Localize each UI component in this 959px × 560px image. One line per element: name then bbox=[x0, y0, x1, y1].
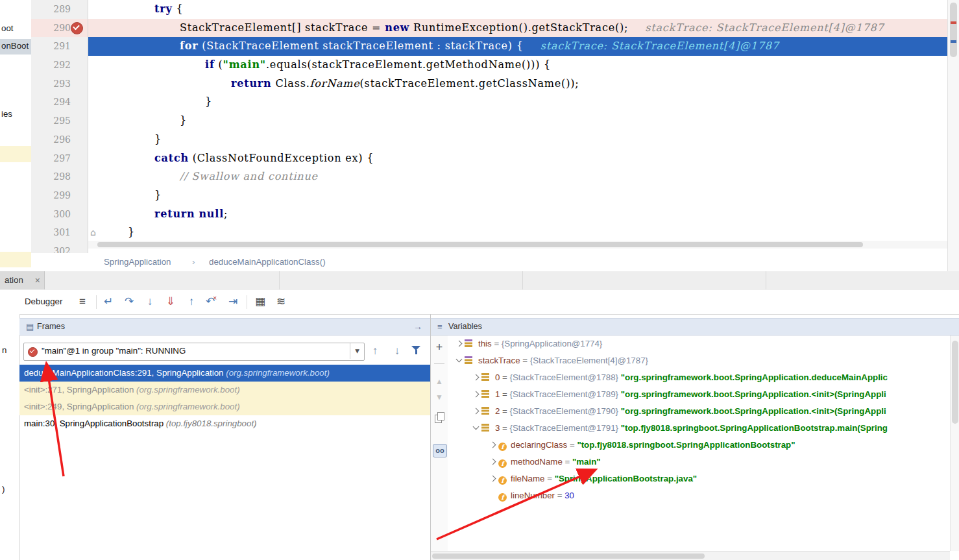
variable-row[interactable]: 0 = {StackTraceElement@1788} "org.spring… bbox=[448, 369, 950, 386]
toolwindow-label-fragment[interactable]: n bbox=[2, 345, 6, 355]
execution-stripe-marker[interactable] bbox=[951, 40, 956, 43]
code-line[interactable]: for (StackTraceElement stackTraceElement… bbox=[88, 37, 947, 56]
editor-hscrollbar-thumb[interactable] bbox=[97, 242, 863, 247]
breadcrumb-item-class[interactable]: SpringApplication bbox=[104, 253, 171, 271]
code-line[interactable]: StackTraceElement[] stackTrace = new Run… bbox=[88, 19, 947, 38]
debugger-tab-label[interactable]: Debugger bbox=[25, 290, 62, 313]
restore-layout-icon[interactable]: → bbox=[413, 319, 422, 335]
thread-selector[interactable]: "main"@1 in group "main": RUNNING ▾ bbox=[23, 343, 365, 361]
field-icon: f bbox=[498, 443, 507, 451]
frame-row[interactable]: main:30, SpringApplicationBootstrap (top… bbox=[19, 415, 430, 432]
editor-hscrollbar[interactable] bbox=[88, 241, 947, 249]
chevron-collapsed-icon[interactable] bbox=[487, 437, 498, 454]
combo-arrow-icon[interactable]: ▾ bbox=[350, 343, 364, 359]
variables-vscrollbar-thumb[interactable] bbox=[952, 341, 958, 424]
line-number[interactable]: 292 bbox=[31, 56, 88, 75]
editor-vscrollbar[interactable] bbox=[947, 0, 959, 271]
previous-frame-icon[interactable]: ↑ bbox=[367, 343, 383, 359]
code-line[interactable]: if ("main".equals(stackTraceElement.getM… bbox=[88, 56, 947, 75]
move-watch-down-icon[interactable]: ▼ bbox=[431, 393, 448, 402]
variable-row[interactable]: stackTrace = {StackTraceElement[4]@1787} bbox=[448, 352, 950, 369]
line-number[interactable]: 300 bbox=[31, 205, 88, 224]
line-number[interactable]: 301 bbox=[31, 223, 88, 242]
line-number[interactable]: 295 bbox=[31, 112, 88, 130]
project-tree-item[interactable]: oot bbox=[1, 23, 14, 33]
toolwindow-tabstrip: ation × bbox=[0, 271, 959, 291]
show-execution-point-icon[interactable]: ↵ bbox=[101, 290, 115, 313]
bottom-hscrollbar-thumb[interactable] bbox=[432, 554, 705, 559]
code-line[interactable]: return null; bbox=[88, 205, 947, 224]
chevron-collapsed-icon[interactable] bbox=[470, 403, 481, 420]
view-options-icon[interactable]: ≡ bbox=[75, 290, 90, 313]
variable-row[interactable]: this = {SpringApplication@1774} bbox=[448, 335, 950, 352]
debug-tab[interactable]: ation × bbox=[0, 271, 45, 289]
add-watch-icon[interactable]: + bbox=[431, 341, 448, 354]
code-area[interactable]: try {StackTraceElement[] stackTrace = ne… bbox=[88, 0, 947, 242]
variable-name: this bbox=[478, 339, 492, 348]
trace-settings-icon[interactable]: ≋ bbox=[274, 290, 288, 313]
code-line[interactable]: try { bbox=[88, 0, 947, 19]
frame-row[interactable]: deduceMainApplicationClass:291, SpringAp… bbox=[19, 365, 430, 382]
line-number[interactable]: 296 bbox=[31, 130, 88, 149]
code-line[interactable]: // Swallow and continue bbox=[88, 167, 947, 186]
chevron-collapsed-icon[interactable] bbox=[470, 386, 481, 403]
chevron-collapsed-icon[interactable] bbox=[453, 335, 465, 352]
hide-library-frames-icon[interactable] bbox=[411, 346, 420, 356]
line-number[interactable]: 299 bbox=[31, 186, 88, 205]
code-line[interactable]: return Class.forName(stackTraceElement.g… bbox=[88, 75, 947, 93]
chevron-collapsed-icon[interactable] bbox=[470, 369, 481, 386]
code-line[interactable]: } bbox=[88, 93, 947, 112]
drop-frame-icon[interactable]: ↶ bbox=[205, 290, 219, 313]
line-number[interactable]: 290 bbox=[31, 19, 88, 38]
code-line[interactable]: } bbox=[88, 186, 947, 205]
evaluate-expression-icon[interactable]: ▦ bbox=[253, 290, 267, 313]
breadcrumb-bar: SpringApplication › deduceMainApplicatio… bbox=[31, 253, 947, 272]
variable-row[interactable]: fmethodName = "main" bbox=[448, 454, 950, 470]
breakpoint-stripe-marker[interactable] bbox=[951, 21, 956, 24]
variables-vscrollbar[interactable] bbox=[950, 335, 959, 551]
bottom-hscrollbar[interactable] bbox=[431, 551, 950, 560]
code-line[interactable]: } bbox=[88, 112, 947, 130]
breadcrumb-item-method[interactable]: deduceMainApplicationClass() bbox=[209, 253, 326, 271]
project-tree-item[interactable]: onBoot bbox=[1, 41, 29, 51]
variable-row[interactable]: 3 = {StackTraceElement@1791} "top.fjy801… bbox=[448, 420, 950, 437]
variable-row[interactable]: ffileName = "SpringApplicationBootstrap.… bbox=[448, 470, 950, 487]
toolwindow-label-fragment[interactable]: ) bbox=[2, 484, 5, 494]
project-tree-item[interactable]: ies bbox=[1, 109, 12, 119]
code-line[interactable]: catch (ClassNotFoundException ex) { bbox=[88, 149, 947, 168]
frame-row[interactable]: <init>:249, SpringApplication (org.sprin… bbox=[19, 398, 430, 415]
code-line[interactable]: ⌂} bbox=[88, 223, 947, 242]
force-step-into-icon[interactable]: ⇓ bbox=[164, 290, 178, 313]
step-over-icon[interactable]: ↷ bbox=[122, 290, 136, 313]
elem-icon bbox=[481, 372, 491, 381]
line-number[interactable]: 291 bbox=[31, 37, 88, 56]
line-number[interactable]: 289 bbox=[31, 0, 88, 19]
editor-vscrollbar-thumb[interactable] bbox=[950, 3, 957, 57]
line-number[interactable]: 297 bbox=[31, 149, 88, 168]
line-number[interactable]: 293 bbox=[31, 75, 88, 93]
variable-row[interactable]: 1 = {StackTraceElement@1789} "org.spring… bbox=[448, 386, 950, 403]
show-watches-toggle[interactable]: oo bbox=[433, 444, 447, 457]
tab-close-icon[interactable]: × bbox=[35, 271, 40, 289]
run-to-cursor-icon[interactable]: ⇥ bbox=[226, 290, 240, 313]
copy-icon[interactable] bbox=[435, 415, 442, 423]
line-number[interactable]: 294 bbox=[31, 93, 88, 112]
variable-row[interactable]: fdeclaringClass = "top.fjy8018.springboo… bbox=[448, 437, 950, 454]
chevron-expanded-icon[interactable] bbox=[453, 352, 465, 369]
step-out-icon[interactable]: ↑ bbox=[184, 290, 199, 313]
variable-row[interactable]: 2 = {StackTraceElement@1790} "org.spring… bbox=[448, 403, 950, 420]
next-frame-icon[interactable]: ↓ bbox=[389, 343, 405, 359]
chevron-expanded-icon[interactable] bbox=[470, 420, 481, 437]
variable-row[interactable]: flineNumber = 30 bbox=[448, 487, 950, 504]
gutter[interactable]: 2892902912922932942952962972982993003013… bbox=[31, 0, 88, 253]
frame-row[interactable]: <init>:271, SpringApplication (org.sprin… bbox=[19, 382, 430, 398]
chevron-collapsed-icon[interactable] bbox=[487, 454, 498, 470]
fold-marker-icon[interactable]: ⌂ bbox=[90, 223, 96, 242]
chevron-collapsed-icon[interactable] bbox=[487, 470, 498, 487]
code-line[interactable]: } bbox=[88, 130, 947, 149]
breakpoint-icon[interactable] bbox=[71, 22, 83, 34]
move-watch-up-icon[interactable]: ▲ bbox=[431, 377, 448, 386]
line-number[interactable]: 298 bbox=[31, 167, 88, 186]
line-number[interactable]: 302 bbox=[31, 242, 88, 253]
step-into-icon[interactable]: ↓ bbox=[143, 290, 157, 313]
